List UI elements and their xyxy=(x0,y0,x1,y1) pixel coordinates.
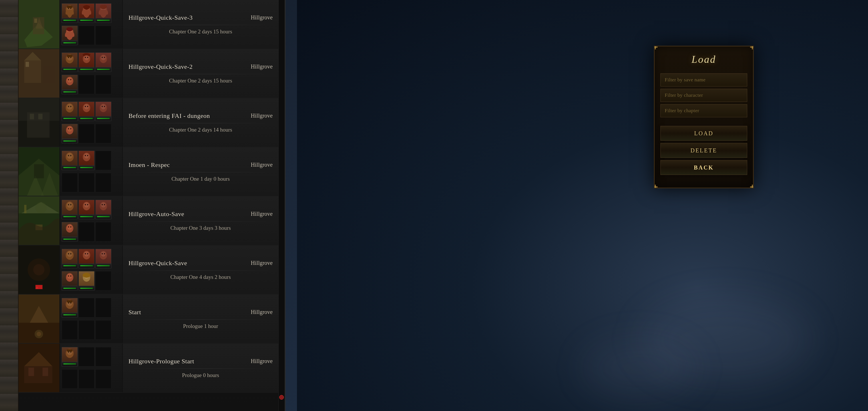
portrait-slot-empty xyxy=(95,124,111,143)
portrait-svg xyxy=(96,4,111,18)
svg-point-107 xyxy=(67,251,72,257)
save-entries-list: Hillgrove-Quick-Save-3 Hillgrove Chapter… xyxy=(19,0,278,411)
save-location: Hillgrove xyxy=(251,113,273,119)
svg-point-59 xyxy=(102,106,103,107)
scrollbar-thumb[interactable]: ● xyxy=(279,395,284,400)
save-name: Hillgrove-Quick-Save-3 xyxy=(128,14,193,22)
portrait-bar xyxy=(79,214,94,219)
portrait-slot-empty xyxy=(95,151,111,170)
portrait-svg xyxy=(62,222,77,236)
save-entry[interactable]: Hillgrove-Quick-Save-3 Hillgrove Chapter… xyxy=(19,0,278,49)
portrait-svg xyxy=(96,102,111,116)
svg-marker-1 xyxy=(24,23,53,47)
portrait-face xyxy=(62,53,78,67)
portrait-bar xyxy=(62,18,78,23)
svg-point-91 xyxy=(87,204,88,205)
portrait-slot xyxy=(62,75,78,94)
save-entry[interactable]: Hillgrove-Prologue Start Hillgrove Prolo… xyxy=(19,344,278,393)
svg-point-85 xyxy=(67,202,72,208)
portrait-health-bar xyxy=(63,167,76,168)
load-button[interactable]: LOAD xyxy=(660,126,747,141)
portrait-face xyxy=(79,102,94,116)
svg-point-38 xyxy=(102,57,103,58)
svg-marker-4 xyxy=(36,17,43,29)
screenshot-art xyxy=(19,294,59,343)
svg-point-77 xyxy=(87,155,88,156)
portrait-slot-empty xyxy=(62,320,78,340)
portrait-bar xyxy=(62,89,78,94)
portrait-slot xyxy=(62,249,78,268)
portrait-slot xyxy=(79,200,94,219)
save-name: Start xyxy=(128,309,141,316)
svg-point-87 xyxy=(70,204,71,205)
save-entry[interactable]: Hillgrove-Quick-Save-2 Hillgrove Chapter… xyxy=(19,49,278,98)
portrait-bar xyxy=(79,67,94,72)
portrait-bar xyxy=(62,138,78,143)
portrait-slot-empty xyxy=(95,369,111,389)
portrait-health-bar xyxy=(80,69,93,70)
portrait-slot xyxy=(62,53,78,72)
portrait-face xyxy=(79,272,94,286)
save-screenshot xyxy=(19,0,60,49)
save-portraits xyxy=(60,0,123,49)
save-screenshot xyxy=(19,196,60,245)
portrait-slot-empty xyxy=(62,369,78,389)
save-entry[interactable]: Imoen - Respec Hillgrove Chapter One 1 d… xyxy=(19,147,278,196)
svg-rect-81 xyxy=(24,205,27,214)
delete-button[interactable]: DELETE xyxy=(660,143,747,158)
svg-rect-139 xyxy=(42,368,48,376)
portrait-svg xyxy=(62,347,77,361)
portrait-health-bar xyxy=(63,239,76,240)
save-screenshot: ⚠ xyxy=(19,246,60,294)
filter-character-container xyxy=(660,89,747,102)
stone-wall xyxy=(0,0,19,411)
filter-character-input[interactable] xyxy=(660,89,747,102)
svg-point-113 xyxy=(87,253,88,254)
back-button[interactable]: BACK xyxy=(660,160,747,175)
svg-rect-135 xyxy=(67,300,72,303)
filter-save-name-input[interactable] xyxy=(660,73,747,87)
filter-chapter-input[interactable] xyxy=(660,104,747,117)
portrait-health-bar xyxy=(63,42,76,43)
portrait-slot-empty xyxy=(95,271,111,290)
svg-text:⚠: ⚠ xyxy=(36,285,38,289)
save-separator xyxy=(128,369,273,369)
scrollbar-track[interactable]: ● xyxy=(278,0,285,411)
portrait-svg xyxy=(96,200,111,214)
svg-point-35 xyxy=(87,57,88,58)
save-location: Hillgrove xyxy=(251,14,273,21)
save-screenshot xyxy=(19,294,60,343)
save-screenshot xyxy=(19,49,60,98)
save-chapter: Chapter One 3 days 3 hours xyxy=(128,225,273,231)
svg-point-62 xyxy=(67,126,72,132)
save-entry[interactable]: Before entering FAI - dungeon Hillgrove … xyxy=(19,98,278,147)
save-info: Hillgrove-Auto-Save Hillgrove Chapter On… xyxy=(123,196,278,245)
portrait-svg xyxy=(79,4,94,18)
portrait-health-bar xyxy=(63,140,76,141)
portrait-bar xyxy=(62,165,78,170)
portrait-slot xyxy=(95,3,111,23)
portrait-slot-empty xyxy=(95,298,111,317)
save-chapter: Chapter One 2 days 15 hours xyxy=(128,77,273,84)
save-location: Hillgrove xyxy=(251,260,273,266)
svg-point-93 xyxy=(101,202,106,208)
save-name-row: Hillgrove-Quick-Save-3 Hillgrove xyxy=(128,14,273,22)
portrait-health-bar xyxy=(63,265,76,266)
svg-point-90 xyxy=(85,204,86,205)
save-entry[interactable]: ⚠ xyxy=(19,246,278,294)
svg-point-117 xyxy=(104,253,105,254)
dialog-buttons: LOAD DELETE BACK xyxy=(655,126,753,175)
svg-point-109 xyxy=(70,253,71,254)
svg-point-73 xyxy=(70,155,71,156)
save-chapter: Prologue 0 hours xyxy=(128,372,273,378)
portrait-health-bar xyxy=(63,288,76,289)
save-entry[interactable]: Hillgrove-Auto-Save Hillgrove Chapter On… xyxy=(19,196,278,246)
svg-point-94 xyxy=(102,204,103,205)
svg-point-41 xyxy=(67,77,72,83)
svg-point-71 xyxy=(67,153,72,159)
svg-point-42 xyxy=(68,79,69,80)
save-entry[interactable]: Start Hillgrove Prologue 1 hour xyxy=(19,294,278,344)
portrait-bar xyxy=(62,40,78,45)
svg-point-60 xyxy=(104,106,105,107)
save-chapter: Chapter One 2 days 15 hours xyxy=(128,29,273,35)
